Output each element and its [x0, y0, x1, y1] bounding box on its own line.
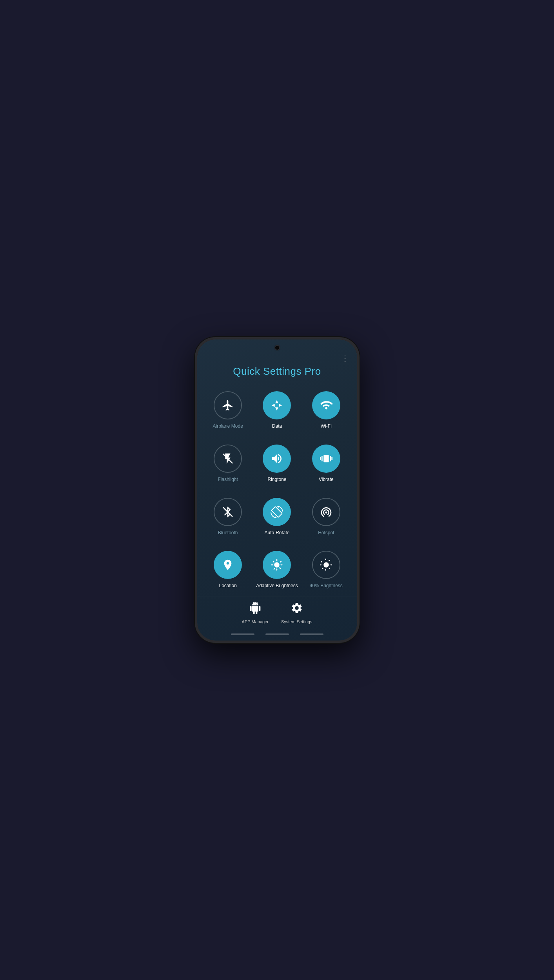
tiles-grid: Airplane ModeDataWi-FiFlashlightRingtone… — [197, 384, 357, 597]
bottom-app-manager[interactable]: APP Manager — [242, 602, 269, 624]
app-manager-icon — [249, 602, 262, 617]
phone-screen: ⋮ Quick Settings Pro Airplane ModeDataWi… — [197, 339, 357, 641]
tile-wifi[interactable]: Wi-Fi — [302, 384, 351, 437]
location-icon-circle — [214, 551, 242, 579]
adaptive-brightness-label: Adaptive Brightness — [256, 583, 298, 589]
bixby-button[interactable] — [195, 437, 196, 457]
vibrate-label: Vibrate — [319, 477, 334, 483]
system-settings-label: System Settings — [281, 619, 312, 624]
header-bar: ⋮ — [197, 353, 357, 362]
vibrate-icon-circle — [312, 445, 340, 473]
auto-rotate-icon-circle — [263, 498, 291, 526]
bluetooth-label: Bluetooth — [218, 530, 238, 536]
title-area: Quick Settings Pro — [197, 362, 357, 384]
nav-bar — [197, 630, 357, 641]
nav-pill-left — [231, 633, 254, 635]
location-label: Location — [219, 583, 236, 589]
nav-pill-center — [265, 633, 289, 635]
volume-down-button[interactable] — [195, 412, 196, 432]
hotspot-icon-circle — [312, 498, 340, 526]
tile-adaptive-brightness[interactable]: Adaptive Brightness — [252, 543, 302, 597]
ringtone-icon-circle — [263, 445, 291, 473]
hotspot-label: Hotspot — [318, 530, 334, 536]
tile-bluetooth[interactable]: Bluetooth — [203, 490, 252, 544]
brightness-label: 40% Brightness — [310, 583, 343, 589]
power-button[interactable] — [358, 416, 360, 443]
camera-area — [197, 339, 357, 353]
flashlight-label: Flashlight — [218, 477, 238, 483]
tile-flashlight[interactable]: Flashlight — [203, 437, 252, 490]
tile-brightness[interactable]: 40% Brightness — [302, 543, 351, 597]
tile-hotspot[interactable]: Hotspot — [302, 490, 351, 544]
front-camera — [274, 345, 280, 350]
flashlight-icon-circle — [214, 445, 242, 473]
bluetooth-icon-circle — [214, 498, 242, 526]
volume-up-button[interactable] — [195, 390, 196, 405]
bottom-bar: APP ManagerSystem Settings — [197, 597, 357, 630]
app-manager-label: APP Manager — [242, 619, 269, 624]
adaptive-brightness-icon-circle — [263, 551, 291, 579]
tile-data[interactable]: Data — [252, 384, 302, 437]
bottom-system-settings[interactable]: System Settings — [281, 602, 312, 624]
airplane-mode-icon-circle — [214, 391, 242, 419]
airplane-mode-label: Airplane Mode — [213, 423, 243, 430]
auto-rotate-label: Auto-Rotate — [264, 530, 289, 536]
data-label: Data — [272, 423, 282, 430]
tile-auto-rotate[interactable]: Auto-Rotate — [252, 490, 302, 544]
nav-pill-right — [300, 633, 323, 635]
wifi-icon-circle — [312, 391, 340, 419]
more-options-icon[interactable]: ⋮ — [341, 354, 349, 362]
tile-ringtone[interactable]: Ringtone — [252, 437, 302, 490]
tile-airplane-mode[interactable]: Airplane Mode — [203, 384, 252, 437]
brightness-icon-circle — [312, 551, 340, 579]
ringtone-label: Ringtone — [267, 477, 286, 483]
data-icon-circle — [263, 391, 291, 419]
tile-location[interactable]: Location — [203, 543, 252, 597]
wifi-label: Wi-Fi — [321, 423, 332, 430]
app-title: Quick Settings Pro — [205, 365, 349, 377]
phone-device: ⋮ Quick Settings Pro Airplane ModeDataWi… — [195, 337, 360, 643]
tile-vibrate[interactable]: Vibrate — [302, 437, 351, 490]
system-settings-icon — [291, 602, 303, 617]
